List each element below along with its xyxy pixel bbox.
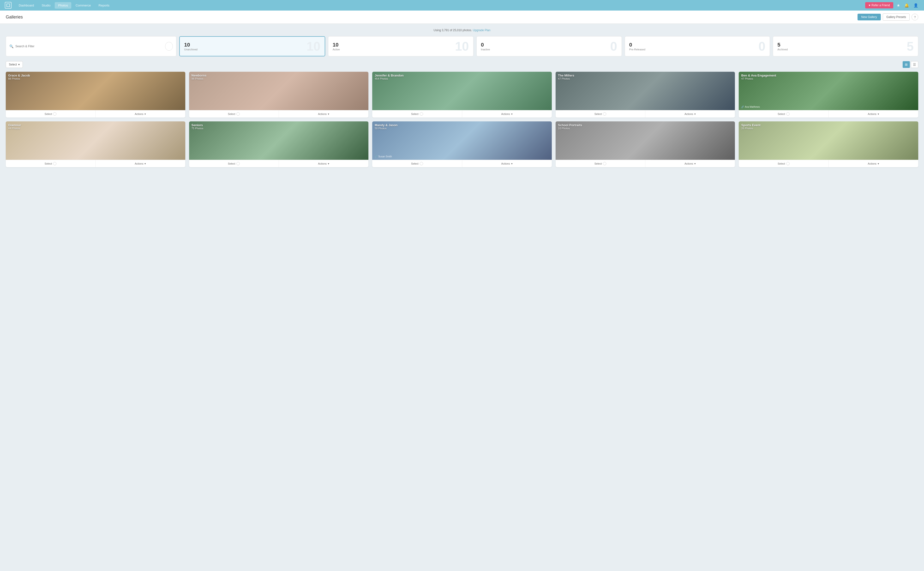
gallery-select-label: Select <box>411 162 419 165</box>
nav-studio[interactable]: Studio <box>39 2 54 9</box>
gallery-select-label: Select <box>228 113 235 116</box>
gallery-toolbar: Select ▾ ⊞ ☰ <box>6 61 918 68</box>
gallery-thumbnail[interactable]: Mandy & Jason 50 Photos 🔗 Susan Smith <box>372 121 552 160</box>
gallery-thumbnail[interactable]: Ben & Ava Engagement 47 Photos 🔗 Ava Mat… <box>739 72 918 110</box>
notifications-icon[interactable]: 🔔 <box>903 2 910 9</box>
gallery-actions: Select Actions ▾ <box>739 160 918 167</box>
gallery-select-button[interactable]: Select <box>6 160 96 167</box>
gallery-thumbnail[interactable]: Glamour 44 Photos <box>6 121 185 160</box>
grid-icon: ⊞ <box>905 63 908 66</box>
gallery-info: Jennifer & Brandon 454 Photos <box>375 74 404 80</box>
chevron-down-icon: ▾ <box>18 63 20 66</box>
gallery-actions-button[interactable]: Actions ▾ <box>279 110 368 117</box>
nav-photos[interactable]: Photos <box>55 2 71 9</box>
user-icon[interactable]: 👤 <box>913 2 919 9</box>
gallery-watermark: 🔗 Ava Matthews <box>741 106 760 108</box>
select-dropdown[interactable]: Select ▾ <box>6 61 23 68</box>
stat-archived[interactable]: 5 Archived 5 <box>773 36 918 56</box>
gallery-name: Newborns <box>192 74 207 77</box>
help-button[interactable]: ? <box>912 14 918 20</box>
upgrade-link[interactable]: Upgrade Plan <box>473 29 490 32</box>
search-input[interactable] <box>15 45 163 48</box>
logo[interactable] <box>5 2 11 9</box>
gallery-actions-button[interactable]: Actions ▾ <box>829 160 918 167</box>
gallery-select-button[interactable]: Select <box>372 110 462 117</box>
page-title: Galleries <box>6 15 23 20</box>
stat-unarchived[interactable]: 10 Unarchived 10 <box>179 36 325 56</box>
list-view-button[interactable]: ☰ <box>911 61 918 68</box>
gallery-thumbnail[interactable]: Seniors 75 Photos <box>189 121 369 160</box>
gallery-info: Grace & Jacob 88 Photos <box>8 74 30 80</box>
stat-unarchived-label: Unarchived <box>184 48 198 51</box>
gallery-select-button[interactable]: Select <box>739 110 828 117</box>
gallery-select-button[interactable]: Select <box>189 110 279 117</box>
gallery-thumbnail[interactable]: The Millers 47 Photos <box>556 72 735 110</box>
gallery-photo-count: 44 Photos <box>8 127 21 130</box>
gallery-select-label: Select <box>777 162 785 165</box>
gallery-actions-button[interactable]: Actions ▾ <box>645 160 735 167</box>
stat-inactive[interactable]: 0 Inactive 0 <box>476 36 622 56</box>
gallery-actions-label: Actions <box>501 162 510 165</box>
gallery-card: Grace & Jacob 88 Photos Select Actions ▾ <box>6 72 185 117</box>
usage-text: Using 3,791 of 25,010 photos. <box>434 29 472 32</box>
gallery-actions-button[interactable]: Actions ▾ <box>462 160 552 167</box>
stat-inactive-label: Inactive <box>481 48 490 51</box>
select-radio <box>786 162 790 165</box>
grid-view-button[interactable]: ⊞ <box>902 61 910 68</box>
refer-friend-button[interactable]: ♥ Refer a Friend <box>865 2 893 8</box>
gallery-thumbnail[interactable]: Jennifer & Brandon 454 Photos <box>372 72 552 110</box>
gallery-name: Seniors <box>192 123 204 127</box>
gallery-select-button[interactable]: Select <box>189 160 279 167</box>
gallery-actions: Select Actions ▾ <box>6 160 185 167</box>
gallery-select-button[interactable]: Select <box>556 110 645 117</box>
gallery-actions-button[interactable]: Actions ▾ <box>96 110 185 117</box>
actions-chevron-icon: ▾ <box>694 162 696 165</box>
gallery-photo-count: 454 Photos <box>375 77 404 80</box>
gallery-thumbnail[interactable]: Grace & Jacob 88 Photos <box>6 72 185 110</box>
stat-prereleased[interactable]: 0 Pre-Released 0 <box>625 36 770 56</box>
filter-circle <box>165 42 173 51</box>
heart-icon: ♥ <box>868 4 870 7</box>
gallery-thumbnail[interactable]: Newborns 98 Photos <box>189 72 369 110</box>
actions-chevron-icon: ▾ <box>144 162 146 165</box>
gallery-name: Sports Event <box>741 123 760 127</box>
stat-active[interactable]: 10 Active 10 <box>328 36 473 56</box>
nav-commerce[interactable]: Commerce <box>72 2 94 9</box>
gallery-actions-label: Actions <box>868 113 876 116</box>
gallery-select-button[interactable]: Select <box>739 160 828 167</box>
actions-chevron-icon: ▾ <box>144 113 146 116</box>
actions-chevron-icon: ▾ <box>328 113 329 116</box>
stat-inactive-value: 0 <box>481 42 490 48</box>
gallery-presets-button[interactable]: Gallery Presets <box>883 14 910 21</box>
nav-right: ♥ Refer a Friend ★ 🔔 👤 <box>865 2 919 9</box>
main-content: Using 3,791 of 25,010 photos. Upgrade Pl… <box>0 24 924 172</box>
stat-prereleased-value: 0 <box>629 42 645 48</box>
favorites-icon[interactable]: ★ <box>896 2 901 9</box>
gallery-select-label: Select <box>411 113 419 116</box>
gallery-actions-label: Actions <box>318 113 327 116</box>
gallery-actions-button[interactable]: Actions ▾ <box>829 110 918 117</box>
gallery-watermark: 🔗 Susan Smith <box>375 155 392 158</box>
gallery-actions-button[interactable]: Actions ▾ <box>462 110 552 117</box>
new-gallery-button[interactable]: New Gallery <box>858 14 881 20</box>
gallery-card: Seniors 75 Photos Select Actions ▾ <box>189 121 369 167</box>
stat-unarchived-value: 10 <box>184 42 198 48</box>
gallery-select-button[interactable]: Select <box>6 110 96 117</box>
nav-reports[interactable]: Reports <box>95 2 113 9</box>
select-radio <box>420 162 423 165</box>
gallery-select-button[interactable]: Select <box>556 160 645 167</box>
gallery-thumbnail[interactable]: Sports Event 26 Photos <box>739 121 918 160</box>
gallery-name: Mandy & Jason <box>375 123 397 127</box>
gallery-actions-button[interactable]: Actions ▾ <box>96 160 185 167</box>
gallery-thumbnail[interactable]: School Portraits 10 Photos <box>556 121 735 160</box>
gallery-photo-count: 75 Photos <box>192 127 204 130</box>
stat-active-label: Active <box>333 48 340 51</box>
select-radio <box>786 112 790 116</box>
gallery-select-label: Select <box>45 162 52 165</box>
gallery-select-button[interactable]: Select <box>372 160 462 167</box>
search-filter-card[interactable]: 🔍 <box>6 36 176 56</box>
gallery-actions-button[interactable]: Actions ▾ <box>645 110 735 117</box>
nav-dashboard[interactable]: Dashboard <box>15 2 37 9</box>
gallery-actions-button[interactable]: Actions ▾ <box>279 160 368 167</box>
gallery-actions-label: Actions <box>134 113 143 116</box>
